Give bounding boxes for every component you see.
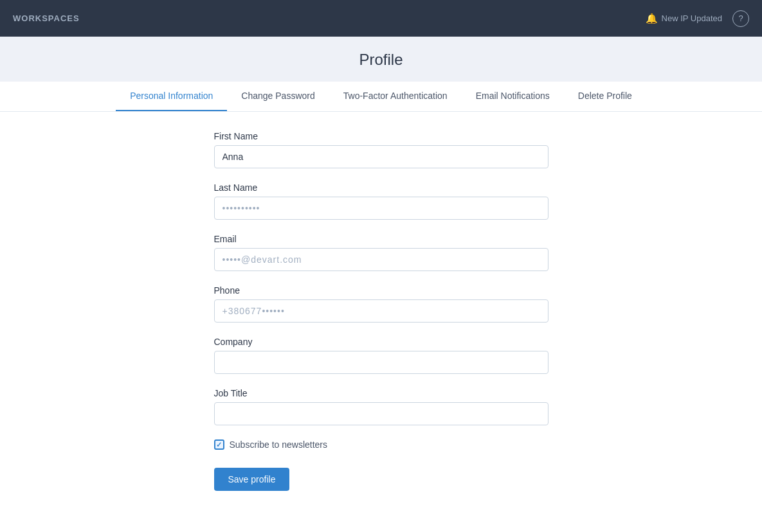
phone-group: Phone: [214, 285, 549, 323]
phone-input[interactable]: [214, 299, 549, 323]
tabs: Personal Information Change Password Two…: [116, 82, 646, 111]
bell-icon: 🔔: [646, 13, 658, 24]
topnav-right: 🔔 New IP Updated ?: [646, 10, 749, 27]
subscribe-row: Subscribe to newsletters: [214, 439, 549, 450]
tab-personal-information[interactable]: Personal Information: [116, 82, 227, 111]
last-name-group: Last Name: [214, 182, 549, 220]
job-title-group: Job Title: [214, 388, 549, 425]
main-content: First Name Last Name Email Phone Company…: [0, 112, 762, 532]
first-name-input[interactable]: [214, 145, 549, 168]
tab-delete-profile[interactable]: Delete Profile: [564, 82, 646, 111]
job-title-input[interactable]: [214, 402, 549, 425]
topnav: WORKSPACES 🔔 New IP Updated ?: [0, 0, 762, 37]
notification-label: New IP Updated: [662, 13, 722, 23]
form-container: First Name Last Name Email Phone Company…: [201, 131, 561, 491]
phone-label: Phone: [214, 285, 549, 296]
brand-label: WORKSPACES: [13, 13, 80, 23]
tab-email-notifications[interactable]: Email Notifications: [462, 82, 564, 111]
company-input[interactable]: [214, 351, 549, 374]
company-group: Company: [214, 337, 549, 374]
last-name-label: Last Name: [214, 182, 549, 193]
tab-two-factor-authentication[interactable]: Two-Factor Authentication: [329, 82, 462, 111]
help-button[interactable]: ?: [732, 10, 749, 27]
subscribe-label: Subscribe to newsletters: [230, 439, 328, 450]
notification-button[interactable]: 🔔 New IP Updated: [646, 13, 722, 24]
email-input[interactable]: [214, 248, 549, 271]
first-name-group: First Name: [214, 131, 549, 168]
tab-change-password[interactable]: Change Password: [227, 82, 329, 111]
email-group: Email: [214, 234, 549, 271]
save-profile-button[interactable]: Save profile: [214, 468, 290, 491]
help-icon: ?: [738, 13, 743, 23]
first-name-label: First Name: [214, 131, 549, 141]
job-title-label: Job Title: [214, 388, 549, 398]
company-label: Company: [214, 337, 549, 347]
tabs-container: Personal Information Change Password Two…: [0, 82, 762, 112]
page-header: Profile: [0, 37, 762, 82]
email-label: Email: [214, 234, 549, 244]
page-title: Profile: [0, 51, 762, 69]
last-name-input[interactable]: [214, 197, 549, 220]
subscribe-checkbox[interactable]: [214, 439, 224, 450]
